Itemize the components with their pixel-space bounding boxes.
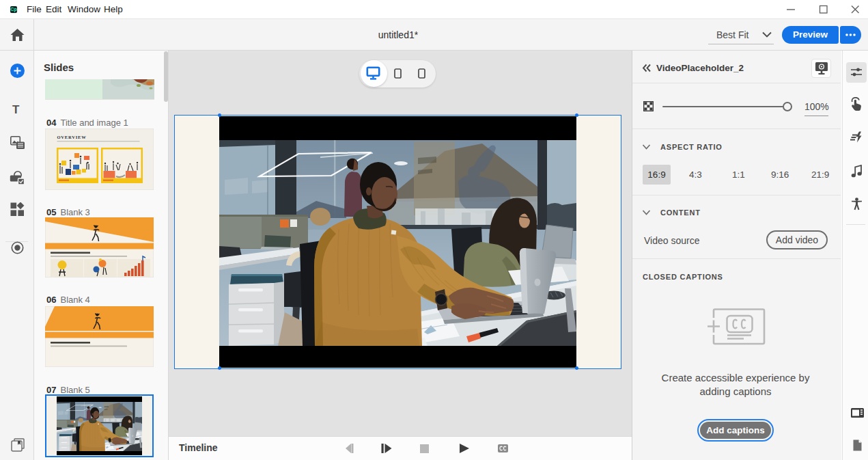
svg-text:OVERVIEW: OVERVIEW: [57, 135, 87, 139]
